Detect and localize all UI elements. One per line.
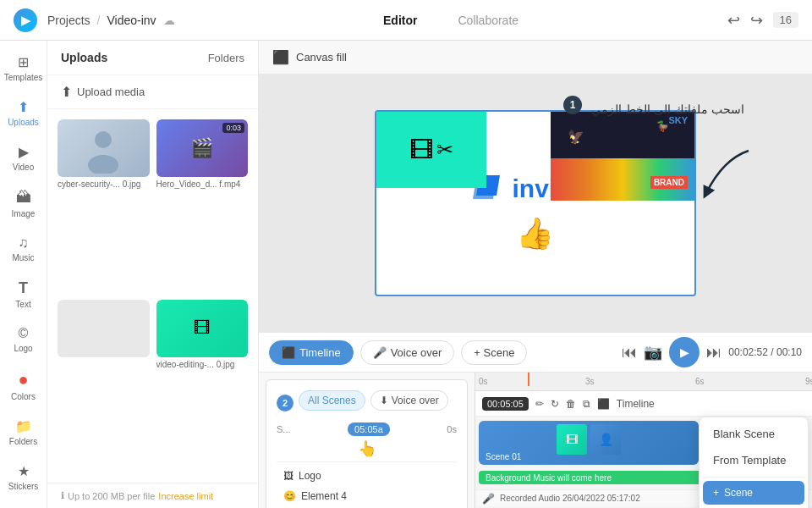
arabic-text: اسحب ملفاتك الى الخط الزمي bbox=[591, 100, 744, 119]
sidebar-item-colors[interactable]: ● Colors bbox=[3, 363, 44, 408]
upload-label: Upload media bbox=[77, 86, 145, 98]
sidebar-item-label-video: Video bbox=[13, 163, 34, 172]
main-area: ⊞ Templates ⬆ Uploads ▶ Video 🏔 Image ♫ … bbox=[0, 41, 812, 508]
upload-media-button[interactable]: ⬆ Upload media bbox=[47, 75, 258, 109]
sidebar-item-stickers[interactable]: ★ Stickers bbox=[3, 456, 44, 498]
voiceover-popup-button[interactable]: ⬇ Voice over bbox=[370, 390, 448, 411]
voiceover-popup-label: Voice over bbox=[392, 395, 439, 406]
media-item[interactable]: 🎬 0:03 Hero_Video_d... f.mp4 bbox=[156, 119, 249, 293]
sidebar-item-uploads[interactable]: ⬆ Uploads bbox=[3, 92, 44, 134]
blank-scene-menu-item[interactable]: Blank Scene bbox=[703, 421, 804, 447]
sidebar-item-templates[interactable]: ⊞ Templates bbox=[3, 47, 44, 89]
delete-icon[interactable]: 🗑 bbox=[566, 398, 576, 410]
uploads-panel: Uploads Folders ⬆ Upload media cyber-sec… bbox=[47, 41, 259, 508]
plus-icon: + bbox=[713, 487, 719, 499]
timeline-button[interactable]: ⬛ Timeline bbox=[269, 340, 354, 365]
tab-editor[interactable]: Editor bbox=[376, 10, 424, 30]
canvas-fill-label: Canvas fill bbox=[296, 51, 347, 64]
projects-link[interactable]: Projects bbox=[47, 14, 91, 27]
undo-button[interactable]: ↩ bbox=[727, 11, 740, 30]
film-icon: 🎞 bbox=[194, 318, 211, 338]
scene-popup: 2 All Scenes ⬇ Voice over S... 05:05a 0s bbox=[266, 379, 468, 508]
add-scene-button[interactable]: + Scene bbox=[461, 340, 527, 365]
skip-back-button[interactable]: ⏮ bbox=[622, 344, 637, 362]
duration-chip: 05:05a bbox=[348, 422, 390, 436]
timeline-tracks: 0s 3s 6s 9s 12s 00:05:05 ✏ ↻ 🗑 ⧉ ⬛ Timel… bbox=[475, 373, 812, 508]
redo-button[interactable]: ↪ bbox=[750, 11, 763, 30]
camera-button[interactable]: 📷 bbox=[644, 343, 662, 362]
music-icon: ♫ bbox=[19, 235, 29, 251]
increase-limit-link[interactable]: Increase limit bbox=[158, 491, 213, 501]
sidebar-item-text[interactable]: T Text bbox=[3, 273, 44, 316]
sidebar-item-label-image: Image bbox=[12, 209, 36, 218]
ruler-tick-1: 3s bbox=[585, 377, 595, 386]
from-template-menu-item[interactable]: From Template bbox=[703, 447, 804, 473]
scene-label: + Scene bbox=[474, 346, 514, 359]
copy-icon[interactable]: ⧉ bbox=[583, 398, 590, 410]
media-label: video-editing-... 0.jpg bbox=[156, 360, 249, 369]
sidebar-item-video[interactable]: ▶ Video bbox=[3, 137, 44, 179]
scene-list-item[interactable]: 🖼 Logo bbox=[277, 466, 457, 486]
person-silhouette-icon bbox=[78, 123, 129, 174]
logo-icon: © bbox=[19, 326, 29, 341]
sidebar-item-folders[interactable]: 📁 Folders bbox=[3, 411, 44, 453]
folders-button[interactable]: Folders bbox=[208, 52, 244, 64]
sidebar-item-label-folders: Folders bbox=[9, 437, 37, 446]
media-item[interactable]: 🎞 video-editing-... 0.jpg bbox=[156, 300, 249, 473]
figure-icon: 🦅 bbox=[568, 129, 584, 145]
sidebar-item-logo[interactable]: © Logo bbox=[3, 319, 44, 360]
voiceover-label: Voice over bbox=[391, 346, 442, 359]
media-thumbnail bbox=[58, 300, 150, 357]
upload-limit-text: Up to 200 MB per file bbox=[68, 491, 155, 501]
editor-main: ⬛ Canvas fill اسحب ملفاتك الى الخط الزمي… bbox=[259, 41, 812, 508]
play-button[interactable]: ▶ bbox=[669, 337, 700, 367]
scene-list-item[interactable]: 😊 Element 4 bbox=[277, 486, 457, 506]
scene-s-label: S... bbox=[277, 424, 291, 434]
scissors-icon: ✂ bbox=[436, 138, 453, 162]
app-logo[interactable]: ▶ bbox=[14, 8, 37, 32]
scene-timeline-icon[interactable]: ⬛ bbox=[597, 398, 610, 410]
video-name[interactable]: Video-inv bbox=[107, 14, 156, 27]
element-item-icon: 😊 bbox=[283, 490, 296, 502]
voiceover-button[interactable]: 🎤 Voice over bbox=[360, 340, 455, 365]
all-scenes-button[interactable]: All Scenes bbox=[299, 390, 365, 411]
svg-point-0 bbox=[95, 131, 112, 148]
preview-dark-box: SKY BRAND 🦅 🦆 bbox=[551, 112, 694, 201]
scene-01-thumb-1: 🎞 bbox=[557, 424, 587, 455]
media-thumbnail: 🎞 bbox=[156, 300, 249, 357]
uploads-title: Uploads bbox=[61, 51, 107, 64]
logo-item-icon: 🖼 bbox=[283, 470, 294, 482]
popup-top: 2 All Scenes ⬇ Voice over bbox=[277, 390, 457, 416]
sidebar: ⊞ Templates ⬆ Uploads ▶ Video 🏔 Image ♫ … bbox=[0, 41, 47, 508]
all-scenes-label: All Scenes bbox=[308, 395, 356, 406]
folders-icon: 📁 bbox=[15, 418, 32, 434]
add-scene-label: Scene bbox=[724, 487, 753, 499]
media-item[interactable] bbox=[58, 300, 150, 473]
colors-icon: ● bbox=[18, 370, 28, 389]
timeline-ruler: 0s 3s 6s 9s 12s bbox=[475, 373, 812, 391]
sidebar-item-music[interactable]: ♫ Music bbox=[3, 229, 44, 269]
skip-forward-button[interactable]: ⏭ bbox=[706, 344, 721, 362]
ruler-tick-0: 0s bbox=[479, 377, 488, 386]
arrow-icon bbox=[681, 142, 765, 210]
ruler-tick-3: 9s bbox=[805, 377, 812, 386]
playhead bbox=[528, 373, 529, 386]
uploads-icon: ⬆ bbox=[18, 99, 29, 115]
breadcrumb: Projects / Video-inv ☁ bbox=[47, 14, 175, 27]
sidebar-item-label-stickers: Stickers bbox=[8, 482, 39, 491]
sidebar-item-label-music: Music bbox=[12, 253, 34, 262]
tab-collaborate[interactable]: Collaborate bbox=[451, 10, 525, 30]
image-icon: 🏔 bbox=[16, 189, 31, 207]
video-icon: ▶ bbox=[19, 144, 29, 160]
canvas-area: اسحب ملفاتك الى الخط الزمي 1 🎞 ✂ bbox=[259, 75, 812, 332]
add-scene-menu-button[interactable]: + Scene bbox=[703, 481, 804, 505]
arabic-instruction: اسحب ملفاتك الى الخط الزمي bbox=[591, 100, 744, 119]
sidebar-item-image[interactable]: 🏔 Image bbox=[3, 182, 44, 225]
sidebar-item-label-colors: Colors bbox=[11, 392, 36, 401]
element-item-label: Element 4 bbox=[301, 490, 347, 502]
edit-icon[interactable]: ✏ bbox=[535, 398, 544, 410]
refresh-icon[interactable]: ↻ bbox=[551, 398, 559, 410]
media-item[interactable]: cyber-security-... 0.jpg bbox=[58, 119, 150, 293]
page-number: 16 bbox=[773, 12, 798, 28]
scene-01-block[interactable]: 🎞 👤 Scene 01 bbox=[479, 421, 699, 465]
